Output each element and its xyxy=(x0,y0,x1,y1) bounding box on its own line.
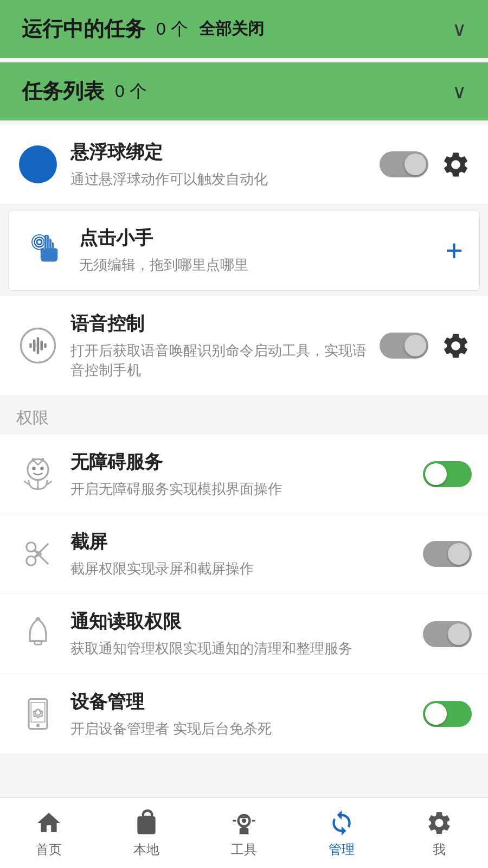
click-hand-icon xyxy=(25,229,68,272)
svg-point-27 xyxy=(36,617,40,620)
manage-icon xyxy=(327,808,357,838)
svg-line-17 xyxy=(24,481,29,484)
running-tasks-chevron-icon[interactable]: ∨ xyxy=(452,18,466,41)
svg-point-14 xyxy=(32,467,35,470)
notification-desc: 获取通知管理权限实现通知的清理和整理服务 xyxy=(70,639,412,658)
floating-ball-desc: 通过悬浮球动作可以触发自动化 xyxy=(70,169,369,189)
screenshot-toggle-knob xyxy=(448,543,470,565)
svg-point-20 xyxy=(27,556,36,565)
voice-control-icon xyxy=(16,324,60,367)
nav-item-home[interactable]: 首页 xyxy=(0,808,98,858)
screenshot-controls xyxy=(423,541,472,567)
svg-point-1 xyxy=(35,237,44,247)
settings-person-icon xyxy=(425,808,454,838)
bottom-nav: 首页 本地 工具 xyxy=(0,797,488,868)
device-admin-toggle[interactable] xyxy=(423,701,472,727)
voice-control-row: 语音控制 打开后获取语音唤醒识别命令启动工具，实现语音控制手机 xyxy=(0,296,488,396)
voice-control-text: 语音控制 打开后获取语音唤醒识别命令启动工具，实现语音控制手机 xyxy=(70,311,369,380)
svg-rect-7 xyxy=(41,341,43,350)
task-list-chevron-icon[interactable]: ∨ xyxy=(452,80,466,103)
nav-label-home: 首页 xyxy=(36,841,62,858)
notification-toggle-knob xyxy=(448,623,470,645)
accessibility-icon xyxy=(16,452,60,496)
floating-ball-toggle-knob xyxy=(404,154,426,175)
task-list-section[interactable]: 任务列表 0 个 ∨ xyxy=(0,62,488,120)
notification-icon xyxy=(16,612,60,656)
svg-point-36 xyxy=(242,818,246,822)
running-tasks-action: 全部关闭 xyxy=(199,18,264,40)
svg-point-0 xyxy=(37,239,42,244)
accessibility-toggle-knob xyxy=(425,463,447,485)
home-icon xyxy=(34,808,64,838)
accessibility-toggle[interactable] xyxy=(423,461,472,487)
notification-controls xyxy=(423,621,472,647)
screenshot-row: 截屏 截屏权限实现录屏和截屏操作 xyxy=(0,514,488,594)
accessibility-controls xyxy=(423,461,472,487)
task-list-count: 0 个 xyxy=(115,80,147,104)
svg-point-30 xyxy=(35,709,41,715)
svg-rect-8 xyxy=(44,343,47,348)
floating-ball-text: 悬浮球绑定 通过悬浮球动作可以触发自动化 xyxy=(70,140,369,189)
svg-point-15 xyxy=(40,467,43,470)
running-tasks-section[interactable]: 运行中的任务 0 个 全部关闭 ∨ xyxy=(0,0,488,58)
running-tasks-count: 0 个 xyxy=(156,17,188,41)
running-tasks-title: 运行中的任务 0 个 全部关闭 xyxy=(22,15,264,43)
device-admin-desc: 开启设备管理者 实现后台免杀死 xyxy=(70,719,412,738)
briefcase-icon xyxy=(132,808,162,838)
svg-line-21 xyxy=(35,551,49,565)
notification-text: 通知读取权限 获取通知管理权限实现通知的清理和整理服务 xyxy=(70,609,412,658)
device-admin-icon xyxy=(16,692,60,736)
floating-ball-row: 悬浮球绑定 通过悬浮球动作可以触发自动化 xyxy=(0,125,488,205)
svg-point-12 xyxy=(31,458,35,461)
voice-control-gear-button[interactable] xyxy=(439,329,472,362)
task-list-title: 任务列表 0 个 xyxy=(22,78,147,105)
svg-rect-6 xyxy=(37,337,40,354)
nav-item-manage[interactable]: 管理 xyxy=(293,808,390,858)
device-admin-controls xyxy=(423,701,472,727)
svg-rect-5 xyxy=(33,340,36,352)
voice-control-toggle[interactable] xyxy=(380,333,428,359)
click-hand-add-button[interactable]: + xyxy=(445,235,463,266)
device-admin-toggle-knob xyxy=(425,703,447,725)
svg-line-18 xyxy=(47,481,52,484)
nav-label-local: 本地 xyxy=(133,841,159,858)
svg-point-13 xyxy=(41,458,44,461)
nav-label-manage: 管理 xyxy=(329,841,355,858)
click-hand-desc: 无须编辑，拖到哪里点哪里 xyxy=(79,255,434,275)
floating-ball-gear-button[interactable] xyxy=(439,148,472,181)
nav-item-me[interactable]: 我 xyxy=(390,808,488,858)
accessibility-text: 无障碍服务 开启无障碍服务实现模拟界面操作 xyxy=(70,450,412,499)
floating-ball-controls xyxy=(380,148,472,181)
floating-ball-icon xyxy=(16,143,60,186)
svg-rect-25 xyxy=(35,641,42,644)
voice-control-toggle-knob xyxy=(404,335,426,356)
click-hand-title: 点击小手 xyxy=(79,226,434,251)
nav-item-local[interactable]: 本地 xyxy=(98,808,195,858)
floating-ball-title: 悬浮球绑定 xyxy=(70,140,369,165)
click-hand-controls: + xyxy=(445,235,463,266)
notification-toggle[interactable] xyxy=(423,621,472,647)
voice-control-title: 语音控制 xyxy=(70,311,369,336)
running-tasks-label: 运行中的任务 xyxy=(22,15,145,43)
blue-dot-icon xyxy=(19,145,57,183)
screenshot-toggle[interactable] xyxy=(423,541,472,567)
task-list-label: 任务列表 xyxy=(22,78,104,105)
click-hand-row: 点击小手 无须编辑，拖到哪里点哪里 + xyxy=(8,210,480,290)
permissions-label: 权限 xyxy=(0,396,488,435)
screenshot-text: 截屏 截屏权限实现录屏和截屏操作 xyxy=(70,529,412,578)
notification-row: 通知读取权限 获取通知管理权限实现通知的清理和整理服务 xyxy=(0,594,488,674)
accessibility-title: 无障碍服务 xyxy=(70,450,412,475)
nav-label-tools: 工具 xyxy=(231,841,257,858)
svg-point-9 xyxy=(28,459,48,480)
accessibility-desc: 开启无障碍服务实现模拟界面操作 xyxy=(70,479,412,499)
svg-point-19 xyxy=(27,542,36,552)
svg-line-22 xyxy=(35,544,49,558)
screenshot-desc: 截屏权限实现录屏和截屏操作 xyxy=(70,559,412,578)
floating-ball-toggle[interactable] xyxy=(380,151,428,177)
svg-point-31 xyxy=(36,724,40,727)
nav-item-tools[interactable]: 工具 xyxy=(195,808,293,858)
voice-control-controls xyxy=(380,329,472,362)
app-container: 运行中的任务 0 个 全部关闭 ∨ 任务列表 0 个 ∨ 悬浮球绑定 通过悬浮球… xyxy=(0,0,488,868)
notification-title: 通知读取权限 xyxy=(70,609,412,634)
tools-icon xyxy=(229,808,259,838)
